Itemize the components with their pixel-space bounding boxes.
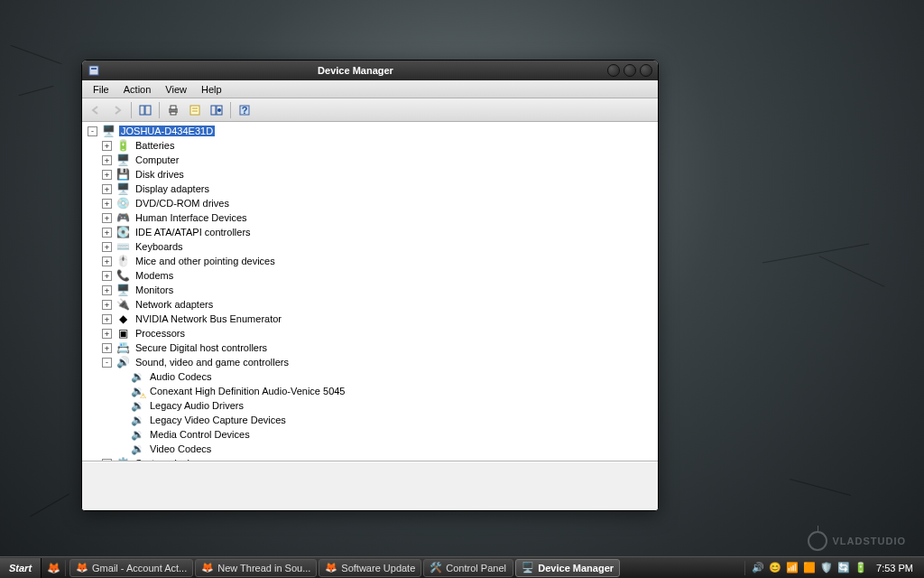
tree-node-label: Disk drives (134, 168, 186, 181)
maximize-button[interactable] (624, 64, 636, 77)
expand-icon[interactable]: + (102, 343, 112, 353)
tree-node[interactable]: +◆NVIDIA Network Bus Enumerator (84, 312, 656, 326)
collapse-icon[interactable]: - (88, 126, 97, 136)
tray-volume-icon[interactable]: 🔊 (751, 561, 765, 575)
tree-node-label: Secure Digital host controllers (134, 341, 269, 354)
tree-node[interactable]: +🔌Network adapters (84, 297, 656, 312)
tree-node[interactable]: 🔉Media Control Devices (84, 427, 656, 442)
expand-icon[interactable]: + (102, 242, 112, 252)
tree-node-label: Batteries (134, 139, 176, 152)
svg-rect-0 (89, 66, 98, 75)
task-label: New Thread in Sou... (217, 563, 310, 573)
tree-node[interactable]: -🖥️JOSHUA-D434E31D (84, 124, 656, 138)
expand-icon[interactable]: + (102, 199, 112, 209)
svg-rect-10 (211, 106, 216, 115)
tree-node[interactable]: +💽IDE ATA/ATAPI controllers (84, 225, 656, 239)
tray-smiley-icon[interactable]: 😊 (768, 561, 782, 575)
tree-node[interactable]: +⌨️Keyboards (84, 239, 656, 254)
expand-icon[interactable]: + (102, 228, 112, 238)
tree-node[interactable]: +💾Disk drives (84, 167, 656, 182)
tree-node-label: Monitors (134, 284, 175, 296)
tree-node[interactable]: +🔋Batteries (84, 138, 656, 153)
tray-antivirus-icon[interactable]: 🛡️ (819, 561, 834, 575)
tree-node-label: Conexant High Definition Audio-Venice 50… (148, 385, 346, 397)
devmgr-icon: 🖥️ (522, 562, 534, 574)
computer-icon: 🖥️ (116, 153, 130, 167)
tree-node-label: Media Control Devices (148, 428, 252, 441)
firefox-icon: 🦊 (325, 562, 337, 574)
minimize-button[interactable] (607, 64, 620, 77)
taskbar-task-button[interactable]: 🦊Gmail - Account Act... (69, 559, 193, 577)
tree-node[interactable]: 🔉Audio Codecs (84, 369, 656, 384)
codec-icon: 🔉⚠ (130, 384, 144, 398)
computer-icon: 🖥️ (101, 124, 116, 138)
tray-network-icon[interactable]: 📶 (785, 561, 799, 575)
controlpanel-icon: 🛠️ (430, 562, 442, 574)
close-button[interactable] (640, 64, 652, 77)
tree-node[interactable]: 🔉Legacy Audio Drivers (84, 398, 656, 413)
tree-node-label: Network adapters (134, 298, 215, 311)
menu-help[interactable]: Help (194, 82, 229, 97)
tree-node-label: Legacy Audio Drivers (148, 399, 245, 412)
taskbar-task-button[interactable]: 🖥️Device Manager (515, 559, 620, 577)
properties-button[interactable] (185, 101, 205, 119)
taskbar: Start 🦊 🦊Gmail - Account Act...🦊New Thre… (0, 556, 924, 578)
svg-rect-7 (190, 106, 199, 115)
expand-icon[interactable]: + (102, 141, 112, 151)
tree-node[interactable]: 🔉Legacy Video Capture Devices (84, 413, 656, 427)
menu-file[interactable]: File (86, 82, 116, 97)
taskbar-task-button[interactable]: 🦊New Thread in Sou... (195, 559, 317, 577)
cpu-icon: ▣ (116, 326, 130, 340)
tree-node[interactable]: +📇Secure Digital host controllers (84, 340, 656, 355)
show-hide-tree-button[interactable] (135, 101, 155, 119)
collapse-icon[interactable]: - (102, 358, 112, 368)
tree-spacer (116, 430, 126, 440)
tree-node[interactable]: +🖥️Display adapters (84, 182, 656, 196)
tree-node-label: JOSHUA-D434E31D (119, 126, 215, 136)
expand-icon[interactable]: + (102, 155, 112, 165)
tree-node[interactable]: +🎮Human Interface Devices (84, 210, 656, 225)
tree-node[interactable]: +🖱️Mice and other pointing devices (84, 254, 656, 268)
task-label: Device Manager (538, 563, 614, 573)
expand-icon[interactable]: + (102, 170, 112, 180)
expand-icon[interactable]: + (102, 184, 112, 194)
expand-icon[interactable]: + (102, 256, 112, 266)
tree-node[interactable]: +▣Processors (84, 326, 656, 340)
cd-icon: 💿 (116, 196, 130, 210)
expand-icon[interactable]: + (102, 285, 112, 295)
tree-node[interactable]: 🔉Video Codecs (84, 442, 656, 456)
scan-hardware-button[interactable] (207, 101, 226, 119)
tray-updates-icon[interactable]: 🔄 (836, 561, 851, 575)
tree-node[interactable]: +🖥️Computer (84, 153, 656, 167)
wallpaper-watermark: VLADSTUDIO (808, 531, 907, 551)
help-button[interactable]: ? (235, 101, 254, 119)
tree-node-label: Processors (134, 327, 187, 340)
tree-node[interactable]: +📞Modems (84, 268, 656, 283)
expand-icon[interactable]: + (102, 314, 112, 324)
window-icon (88, 64, 100, 77)
tree-node-label: IDE ATA/ATAPI controllers (134, 226, 253, 238)
tray-battery-icon[interactable]: 🔋 (854, 561, 868, 575)
quicklaunch-icon[interactable]: 🦊 (45, 560, 61, 576)
tray-app-icon[interactable]: 🟧 (802, 561, 817, 575)
taskbar-clock[interactable]: 7:53 PM (871, 563, 919, 573)
taskbar-task-button[interactable]: 🦊Software Update (319, 559, 421, 577)
expand-icon[interactable]: + (102, 271, 112, 281)
taskbar-task-button[interactable]: 🛠️Control Panel (423, 559, 513, 577)
expand-icon[interactable]: + (102, 213, 112, 223)
tree-node[interactable]: +💿DVD/CD-ROM drives (84, 196, 656, 210)
codec-icon: 🔉 (130, 369, 144, 384)
tree-node[interactable]: 🔉⚠Conexant High Definition Audio-Venice … (84, 384, 656, 398)
device-manager-window: Device Manager File Action View Help ? -… (81, 60, 659, 511)
titlebar[interactable]: Device Manager (82, 61, 658, 80)
nvidia-icon: ◆ (116, 312, 130, 326)
print-button[interactable] (163, 101, 183, 119)
tree-node[interactable]: +🖥️Monitors (84, 283, 656, 297)
menu-view[interactable]: View (158, 82, 194, 97)
start-button[interactable]: Start (0, 558, 42, 578)
expand-icon[interactable]: + (102, 329, 112, 339)
tree-node[interactable]: -🔊Sound, video and game controllers (84, 355, 656, 369)
device-tree[interactable]: -🖥️JOSHUA-D434E31D+🔋Batteries+🖥️Computer… (82, 122, 658, 461)
expand-icon[interactable]: + (102, 300, 112, 310)
menu-action[interactable]: Action (116, 82, 159, 97)
